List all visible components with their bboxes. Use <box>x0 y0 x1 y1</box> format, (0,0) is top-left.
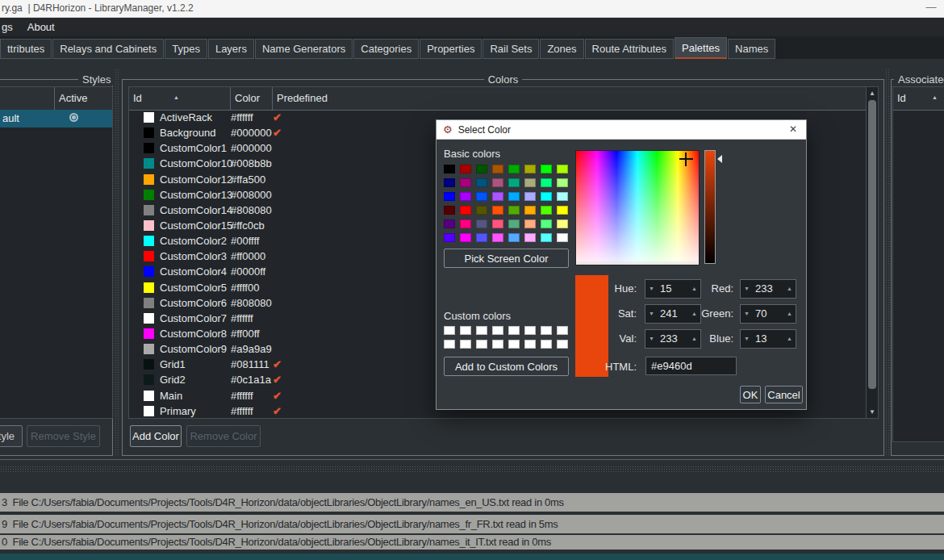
tab-name-generators[interactable]: Name Generators <box>255 39 353 59</box>
spin-up-icon[interactable]: ▲ <box>691 280 697 298</box>
custom-color-swatch[interactable] <box>492 340 503 349</box>
blue-spinbox[interactable]: ▼ 13 ▲ <box>740 329 796 349</box>
green-spinbox[interactable]: ▼ 70 ▲ <box>740 304 796 324</box>
basic-color-swatch[interactable] <box>476 233 487 242</box>
basic-color-swatch[interactable] <box>492 233 503 242</box>
horizontal-splitter[interactable] <box>0 466 944 473</box>
basic-color-swatch[interactable] <box>524 206 536 215</box>
basic-color-swatch[interactable] <box>460 192 471 201</box>
custom-color-swatch[interactable] <box>508 340 520 349</box>
basic-color-swatch[interactable] <box>508 206 520 215</box>
custom-color-swatch[interactable] <box>444 340 455 349</box>
value-slider[interactable] <box>704 150 716 264</box>
basic-color-swatch[interactable] <box>524 219 536 228</box>
custom-color-swatch[interactable] <box>444 326 455 335</box>
custom-color-swatch[interactable] <box>476 340 487 349</box>
hue-saturation-picker[interactable] <box>575 150 700 265</box>
add-to-custom-colors-button[interactable]: Add to Custom Colors <box>444 357 569 376</box>
basic-color-swatch[interactable] <box>524 192 536 201</box>
basic-color-swatch[interactable] <box>460 219 471 228</box>
tab-layers[interactable]: Layers <box>208 39 254 59</box>
red-spinbox[interactable]: ▼ 233 ▲ <box>740 279 796 299</box>
basic-color-swatch[interactable] <box>476 165 487 173</box>
basic-color-swatch[interactable] <box>476 192 487 201</box>
basic-color-swatch[interactable] <box>460 233 471 242</box>
spin-up-icon[interactable]: ▲ <box>787 305 792 323</box>
splitter-styles-colors[interactable] <box>115 69 120 456</box>
minimize-button[interactable]: — <box>920 0 942 17</box>
tab-palettes[interactable]: Palettes <box>675 37 727 59</box>
spin-up-icon[interactable]: ▲ <box>787 280 792 298</box>
basic-color-swatch[interactable] <box>460 178 471 187</box>
basic-color-swatch[interactable] <box>541 178 552 187</box>
basic-color-swatch[interactable] <box>444 165 455 173</box>
custom-color-swatch[interactable] <box>541 340 552 349</box>
basic-color-swatch[interactable] <box>557 219 568 228</box>
basic-color-swatch[interactable] <box>476 178 487 187</box>
splitter-colors-associated[interactable] <box>885 69 891 456</box>
custom-color-swatch[interactable] <box>524 340 536 349</box>
basic-color-swatch[interactable] <box>492 206 503 215</box>
ok-button[interactable]: OK <box>740 386 761 403</box>
basic-color-swatch[interactable] <box>508 233 520 242</box>
basic-color-swatch[interactable] <box>508 192 520 201</box>
basic-color-swatch[interactable] <box>524 233 536 242</box>
custom-color-swatch[interactable] <box>492 326 503 335</box>
custom-color-swatch[interactable] <box>524 326 536 335</box>
basic-color-swatch[interactable] <box>476 219 487 228</box>
remove-style-button[interactable]: Remove Style <box>27 425 100 447</box>
styles-col-id[interactable] <box>0 87 55 110</box>
add-color-button[interactable]: Add Color <box>130 425 182 447</box>
cancel-button[interactable]: Cancel <box>765 386 803 403</box>
basic-color-swatch[interactable] <box>444 178 455 187</box>
basic-color-swatch[interactable] <box>492 178 503 187</box>
scroll-down-icon[interactable]: ▼ <box>867 406 878 418</box>
spin-down-icon[interactable]: ▼ <box>649 280 654 298</box>
tab-names[interactable]: Names <box>728 39 775 59</box>
tab-categories[interactable]: Categories <box>353 39 419 59</box>
basic-color-swatch[interactable] <box>524 178 536 187</box>
basic-color-swatch[interactable] <box>508 219 520 228</box>
tab-relays-and-cabinets[interactable]: Relays and Cabinets <box>52 39 164 59</box>
menu-item-about[interactable]: About <box>20 18 62 36</box>
spin-down-icon[interactable]: ▼ <box>744 280 750 298</box>
spin-down-icon[interactable]: ▼ <box>744 305 750 323</box>
dialog-title-bar[interactable]: ⚙ Select Color ✕ <box>436 120 806 140</box>
basic-color-swatch[interactable] <box>444 219 455 228</box>
basic-color-swatch[interactable] <box>557 192 568 201</box>
basic-color-swatch[interactable] <box>460 206 471 215</box>
spin-up-icon[interactable]: ▲ <box>787 330 792 348</box>
tab-rail-sets[interactable]: Rail Sets <box>482 39 539 59</box>
associated-col-id[interactable]: Id ▲ <box>893 87 944 110</box>
add-style-button[interactable]: tyle <box>0 425 23 447</box>
associated-table[interactable]: Id ▲ <box>892 86 944 442</box>
custom-color-swatch[interactable] <box>557 340 568 349</box>
scroll-up-icon[interactable]: ▲ <box>867 87 878 99</box>
spin-up-icon[interactable]: ▲ <box>691 330 697 348</box>
basic-color-swatch[interactable] <box>541 192 552 201</box>
colors-col-id[interactable]: Id ▲ <box>129 87 231 110</box>
colors-col-predefined[interactable]: Predefined <box>273 87 866 110</box>
tab-properties[interactable]: Properties <box>420 39 482 59</box>
scrollbar-thumb[interactable] <box>868 100 876 389</box>
basic-color-swatch[interactable] <box>460 165 471 173</box>
tab-ttributes[interactable]: ttributes <box>0 39 52 59</box>
basic-color-swatch[interactable] <box>476 206 487 215</box>
styles-col-active[interactable]: Active <box>55 87 112 110</box>
basic-color-swatch[interactable] <box>557 233 568 242</box>
custom-color-swatch[interactable] <box>508 326 520 335</box>
style-row-default[interactable]: ault <box>0 110 112 127</box>
custom-color-swatch[interactable] <box>476 326 487 335</box>
basic-color-swatch[interactable] <box>508 165 520 173</box>
active-radio-checked[interactable] <box>69 113 78 122</box>
hue-spinbox[interactable]: ▼ 15 ▲ <box>645 279 701 299</box>
close-icon[interactable]: ✕ <box>780 120 806 139</box>
basic-color-swatch[interactable] <box>557 178 568 187</box>
basic-color-swatch[interactable] <box>524 165 536 173</box>
tab-route-attributes[interactable]: Route Attributes <box>585 39 675 59</box>
html-color-input[interactable]: #e9460d <box>645 357 737 375</box>
val-spinbox[interactable]: ▼ 233 ▲ <box>645 329 701 349</box>
custom-color-swatch[interactable] <box>541 326 552 335</box>
basic-color-swatch[interactable] <box>541 206 552 215</box>
basic-color-swatch[interactable] <box>444 192 455 201</box>
